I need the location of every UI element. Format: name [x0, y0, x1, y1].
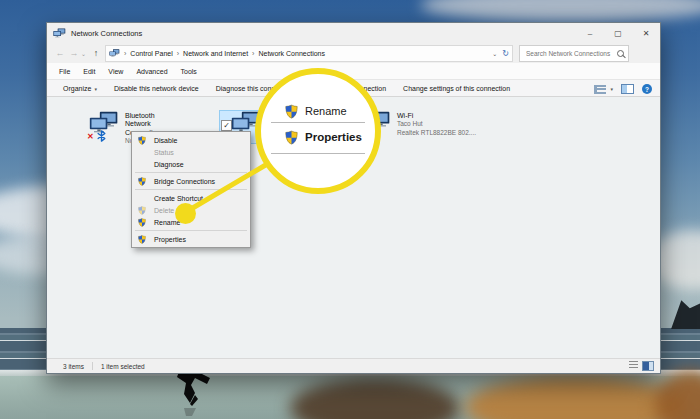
- history-caret-icon[interactable]: ⌄: [81, 50, 89, 57]
- connection-device: Realtek RTL8822BE 802....: [397, 129, 476, 137]
- search-icon[interactable]: [617, 50, 624, 57]
- context-menu-item-disable[interactable]: Disable: [132, 134, 250, 146]
- menu-advanced[interactable]: Advanced: [136, 68, 167, 75]
- organize-button[interactable]: Organize▾: [63, 85, 97, 92]
- menu-separator: [135, 230, 247, 231]
- breadcrumb-network-connections[interactable]: Network Connections: [258, 50, 325, 57]
- context-menu-item-properties[interactable]: Properties: [132, 233, 250, 245]
- callout-properties-row: Properties: [261, 124, 375, 150]
- up-icon[interactable]: ↑: [89, 48, 103, 58]
- chevron-down-icon: ▾: [94, 86, 97, 92]
- menu-edit[interactable]: Edit: [83, 68, 95, 75]
- thumbnail-view-icon[interactable]: [642, 361, 654, 371]
- context-menu-item-create-shortcut[interactable]: Create Shortcut: [132, 192, 250, 204]
- title-bar[interactable]: Network Connections – ▢ ✕: [47, 23, 660, 43]
- menu-file[interactable]: File: [59, 68, 70, 75]
- uac-shield-icon: [138, 136, 146, 145]
- bluetooth-adapter-icon: ✕: [89, 111, 121, 139]
- callout-separator: [271, 122, 365, 123]
- forward-icon[interactable]: →: [67, 48, 81, 58]
- desktop: Network Connections – ▢ ✕ ← → ⌄ ↑ › Cont…: [0, 0, 700, 419]
- minimize-button[interactable]: –: [576, 23, 604, 43]
- context-menu-item-status: Status: [132, 146, 250, 158]
- search-input[interactable]: [524, 49, 617, 58]
- refresh-icon[interactable]: ↻: [502, 49, 509, 58]
- uac-shield-icon: [285, 130, 298, 145]
- uac-shield-icon: [138, 177, 146, 186]
- breadcrumb-network-and-internet[interactable]: Network and Internet: [183, 50, 248, 57]
- window-title: Network Connections: [71, 29, 142, 38]
- context-menu-item-diagnose[interactable]: Diagnose: [132, 158, 250, 170]
- help-icon[interactable]: ?: [642, 84, 652, 94]
- disable-device-button[interactable]: Disable this network device: [114, 85, 199, 92]
- uac-shield-icon: [285, 104, 298, 119]
- connection-status: Taco Hut: [397, 120, 476, 128]
- breadcrumb-separator: ›: [177, 50, 179, 57]
- connection-name: Wi-Fi: [397, 112, 476, 120]
- connection-tile-wifi[interactable]: Wi-Fi Taco Hut Realtek RTL8822BE 802....: [361, 111, 511, 143]
- menu-separator: [135, 189, 247, 190]
- status-bar: 3 items 1 item selected: [47, 358, 660, 373]
- callout-dot: [175, 203, 196, 224]
- views-icon[interactable]: [594, 85, 606, 94]
- context-menu: Disable Status Diagnose Bridge Connectio…: [131, 131, 251, 248]
- callout-separator: [271, 153, 365, 154]
- breadcrumb-separator: ›: [124, 50, 126, 57]
- callout-rename-row: Rename: [261, 100, 375, 122]
- callout-properties-label: Properties: [305, 131, 362, 143]
- location-icon: [109, 49, 120, 58]
- disconnected-x-icon: ✕: [87, 132, 94, 141]
- network-connections-window: Network Connections – ▢ ✕ ← → ⌄ ↑ › Cont…: [46, 22, 661, 374]
- details-view-icon[interactable]: [629, 361, 638, 369]
- search-box[interactable]: [519, 45, 629, 62]
- menu-separator: [135, 172, 247, 173]
- menu-tools[interactable]: Tools: [181, 68, 197, 75]
- bluetooth-icon: [97, 130, 106, 142]
- breadcrumb-control-panel[interactable]: Control Panel: [130, 50, 172, 57]
- menu-bar: File Edit View Advanced Tools: [47, 63, 660, 79]
- menu-view[interactable]: View: [108, 68, 123, 75]
- selection-count: 1 item selected: [101, 363, 145, 370]
- callout-magnifier-circle: Rename Properties: [255, 68, 381, 194]
- uac-shield-icon: [138, 206, 146, 215]
- callout-rename-label: Rename: [305, 105, 347, 117]
- network-connections-icon: [53, 28, 66, 39]
- close-button[interactable]: ✕: [632, 23, 660, 43]
- maximize-button[interactable]: ▢: [604, 23, 632, 43]
- address-dropdown-icon[interactable]: ⌄: [492, 50, 497, 57]
- items-count: 3 items: [63, 363, 84, 370]
- breadcrumb[interactable]: › Control Panel › Network and Internet ›…: [105, 45, 513, 62]
- status-divider: [92, 362, 93, 370]
- uac-shield-icon: [138, 235, 146, 244]
- back-icon[interactable]: ←: [53, 48, 67, 58]
- preview-pane-icon[interactable]: [621, 84, 634, 94]
- breadcrumb-separator: ›: [252, 50, 254, 57]
- views-caret-icon[interactable]: ▾: [610, 86, 613, 92]
- uac-shield-icon: [138, 218, 146, 227]
- address-bar: ← → ⌄ ↑ › Control Panel › Network and In…: [47, 43, 660, 63]
- change-settings-button[interactable]: Change settings of this connection: [403, 85, 510, 92]
